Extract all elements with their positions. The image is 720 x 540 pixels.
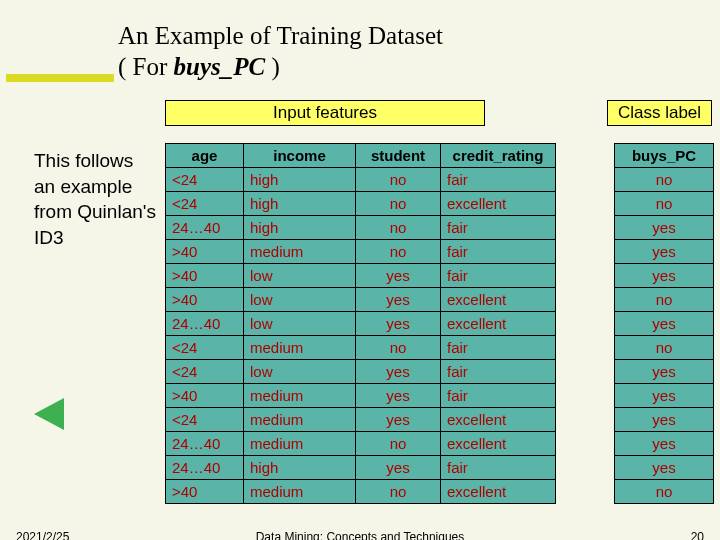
triangle-left-icon (34, 398, 64, 430)
table-cell: >40 (166, 240, 244, 264)
table-cell: excellent (441, 432, 556, 456)
table-cell: no (356, 240, 441, 264)
table-row: >40lowyesfairyes (166, 264, 714, 288)
table-gap (556, 408, 615, 432)
table-cell: no (356, 216, 441, 240)
table-cell: <24 (166, 408, 244, 432)
table-cell: yes (356, 264, 441, 288)
table-cell: yes (615, 264, 714, 288)
title-line1: An Example of Training Dataset (118, 22, 443, 49)
table-gap (556, 240, 615, 264)
table-cell: excellent (441, 288, 556, 312)
class-label-label: Class label (607, 100, 712, 126)
table-cell: medium (244, 432, 356, 456)
table-gap (556, 216, 615, 240)
table-cell: no (615, 288, 714, 312)
table-cell: excellent (441, 408, 556, 432)
table-row: <24mediumnofairno (166, 336, 714, 360)
table-cell: fair (441, 384, 556, 408)
table-cell: medium (244, 384, 356, 408)
table-cell: >40 (166, 264, 244, 288)
table-cell: no (356, 480, 441, 504)
table-cell: fair (441, 456, 556, 480)
footer-page-number: 20 (691, 530, 704, 540)
title-line2-post: ) (265, 53, 280, 80)
title-line2-italic: buys_PC (174, 53, 266, 80)
table-gap (556, 456, 615, 480)
table-cell: no (615, 192, 714, 216)
table-gap (556, 336, 615, 360)
table-cell: fair (441, 168, 556, 192)
table-cell: excellent (441, 480, 556, 504)
header-student: student (356, 144, 441, 168)
table-row: >40mediumyesfairyes (166, 384, 714, 408)
input-features-label: Input features (165, 100, 485, 126)
table-cell: >40 (166, 288, 244, 312)
table-cell: low (244, 360, 356, 384)
title-accent-bar (6, 74, 114, 82)
table-gap (556, 288, 615, 312)
table-cell: yes (356, 288, 441, 312)
table-cell: fair (441, 336, 556, 360)
table-cell: yes (356, 456, 441, 480)
table-row: >40mediumnoexcellentno (166, 480, 714, 504)
table-gap (556, 360, 615, 384)
table-cell: yes (615, 312, 714, 336)
title-line2-pre: ( For (118, 53, 174, 80)
table-gap (556, 192, 615, 216)
table-row: <24mediumyesexcellentyes (166, 408, 714, 432)
table-cell: excellent (441, 312, 556, 336)
table-row: 24…40lowyesexcellentyes (166, 312, 714, 336)
table-cell: yes (356, 384, 441, 408)
table-row: >40lowyesexcellentno (166, 288, 714, 312)
table-gap (556, 480, 615, 504)
table-cell: fair (441, 216, 556, 240)
table-cell: medium (244, 480, 356, 504)
table-cell: fair (441, 264, 556, 288)
header-buys-pc: buys_PC (615, 144, 714, 168)
header-credit-rating: credit_rating (441, 144, 556, 168)
table-cell: excellent (441, 192, 556, 216)
table-cell: medium (244, 408, 356, 432)
table-cell: <24 (166, 168, 244, 192)
table-cell: yes (615, 360, 714, 384)
prev-slide-button[interactable] (34, 398, 64, 430)
table-cell: yes (356, 360, 441, 384)
table-cell: no (615, 336, 714, 360)
left-description: This follows an example from Quinlan's I… (34, 148, 159, 251)
header-income: income (244, 144, 356, 168)
table-gap (556, 168, 615, 192)
table-gap (556, 432, 615, 456)
table-cell: high (244, 168, 356, 192)
table-cell: yes (356, 408, 441, 432)
table-gap (556, 144, 615, 168)
table-cell: >40 (166, 384, 244, 408)
table-cell: low (244, 264, 356, 288)
table-row: <24highnoexcellentno (166, 192, 714, 216)
table-cell: 24…40 (166, 312, 244, 336)
table-cell: high (244, 456, 356, 480)
table-gap (556, 384, 615, 408)
table-cell: <24 (166, 360, 244, 384)
slide-title: An Example of Training Dataset ( For buy… (118, 20, 443, 83)
table-cell: high (244, 216, 356, 240)
table-row: 24…40highyesfairyes (166, 456, 714, 480)
table-cell: 24…40 (166, 432, 244, 456)
table-cell: medium (244, 336, 356, 360)
table-cell: fair (441, 240, 556, 264)
table-cell: no (615, 168, 714, 192)
table-cell: yes (356, 312, 441, 336)
table-cell: medium (244, 240, 356, 264)
table-row: <24highnofairno (166, 168, 714, 192)
table-cell: no (356, 336, 441, 360)
table-gap (556, 264, 615, 288)
table-cell: >40 (166, 480, 244, 504)
table-gap (556, 312, 615, 336)
footer-center: Data Mining: Concepts and Techniques (0, 530, 720, 540)
header-age: age (166, 144, 244, 168)
table-row: 24…40highnofairyes (166, 216, 714, 240)
table-cell: <24 (166, 336, 244, 360)
table-cell: yes (615, 384, 714, 408)
table-cell: high (244, 192, 356, 216)
table-cell: <24 (166, 192, 244, 216)
